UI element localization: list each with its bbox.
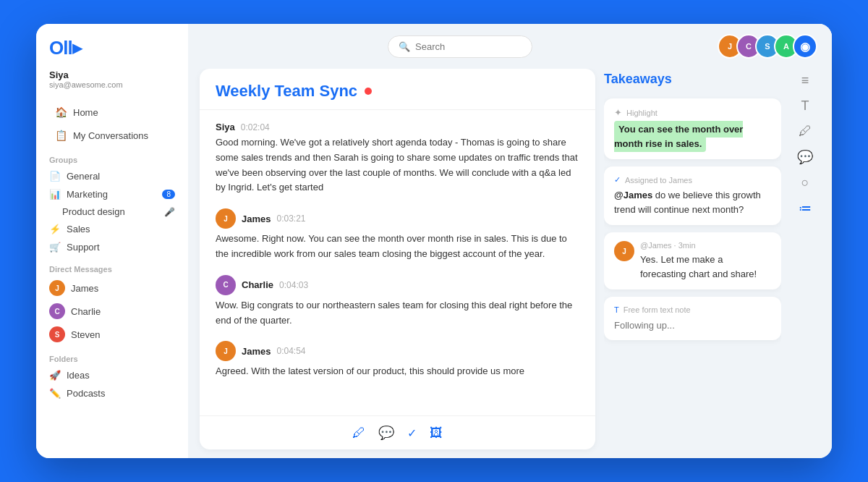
freeform-label: T Free form text note [614, 305, 771, 314]
message-1-sender: Siya 0:02:04 [216, 122, 579, 132]
message-4: J James 0:04:54 Agreed. With the latest … [216, 341, 579, 379]
charlie-avatar: C [49, 303, 65, 319]
footer-check-icon[interactable]: ✓ [407, 426, 417, 440]
footer-comment-icon[interactable]: 💬 [378, 425, 394, 441]
message-time-4: 0:04:54 [276, 346, 305, 356]
sidebar-item-sales[interactable]: ⚡ Sales [36, 220, 188, 238]
reply-meta: @James · 3min [640, 241, 771, 250]
main-content: 🔍 J C S A ◉ Weekly Team Sync [188, 24, 832, 458]
message-text-4: Agreed. With the latest version of our p… [216, 364, 579, 379]
sidebar: Oll▸ Siya siya@awesome.com 🏠 Home 📋 My C… [36, 24, 188, 458]
highlight-card: ✦ Highlight You can see the month over m… [604, 98, 781, 159]
toolbar-ordered-list-icon[interactable]: ≔ [799, 200, 812, 216]
reply-card: J @James · 3min Yes. Let me make a forec… [604, 232, 781, 289]
sidebar-item-conversations-label: My Conversations [73, 130, 148, 141]
search-box[interactable]: 🔍 [388, 35, 532, 58]
sales-icon: ⚡ [49, 224, 61, 234]
toolbar-comment-icon[interactable]: 💬 [797, 149, 813, 165]
user-name: Siya [49, 69, 175, 80]
sender-name-4: James [242, 346, 271, 357]
freeform-input[interactable] [614, 320, 771, 331]
sidebar-item-home[interactable]: 🏠 Home [42, 101, 182, 123]
takeaways-panel: Takeaways ✦ Highlight You can see the mo… [604, 69, 781, 449]
user-email: siya@awesome.com [49, 80, 175, 89]
message-text-3: Wow. Big congrats to our northeastern sa… [216, 298, 579, 329]
sidebar-item-ideas[interactable]: 🚀 Ideas [36, 366, 188, 384]
sidebar-item-marketing[interactable]: 📊 Marketing 8 [36, 185, 188, 203]
message-text-2: Awesome. Right now. You can see the mont… [216, 232, 579, 262]
message-3: C Charlie 0:04:03 Wow. Big congrats to o… [216, 275, 579, 329]
app-logo: Oll▸ [36, 37, 188, 69]
charlie-label: Charlie [71, 306, 101, 317]
reply-avatar: J [614, 241, 634, 261]
toolbar-list-icon[interactable]: ≡ [801, 73, 809, 88]
msg-avatar-james-2: J [216, 341, 236, 361]
sidebar-item-home-label: Home [73, 107, 98, 118]
assigned-text: @James do we believe this growth trend w… [614, 188, 771, 216]
chat-title: Weekly Team Sync [216, 82, 357, 101]
topbar: 🔍 J C S A ◉ [188, 24, 832, 69]
message-4-sender: J James 0:04:54 [216, 341, 579, 361]
message-text-1: Good morning. We've got a relatively sho… [216, 135, 579, 195]
steven-label: Steven [71, 329, 100, 340]
marketing-badge: 8 [162, 190, 175, 199]
topbar-avatar-5: ◉ [793, 34, 817, 59]
conversations-icon: 📋 [55, 130, 67, 141]
sidebar-item-podcasts[interactable]: ✏️ Podcasts [36, 384, 188, 402]
sidebar-item-dm-steven[interactable]: S Steven [36, 323, 188, 346]
product-design-label: Product design [62, 206, 125, 217]
assigned-card: ✓ Assigned to James @James do we believe… [604, 166, 781, 225]
live-indicator [365, 88, 372, 95]
highlight-label: ✦ Highlight [614, 107, 771, 118]
highlight-icon: ✦ [614, 107, 622, 118]
marketing-icon: 📊 [49, 189, 61, 200]
search-input[interactable] [415, 41, 522, 52]
james-label: James [71, 283, 98, 294]
sender-name-3: Charlie [242, 279, 273, 290]
chat-messages: Siya 0:02:04 Good morning. We've got a r… [200, 110, 595, 415]
msg-avatar-james-1: J [216, 208, 236, 229]
dm-section-title: Direct Messages [36, 256, 188, 276]
footer-highlight-icon[interactable]: 🖊 [352, 426, 365, 441]
freeform-icon: T [614, 305, 619, 314]
app-window: Oll▸ Siya siya@awesome.com 🏠 Home 📋 My C… [36, 24, 832, 458]
steven-avatar: S [49, 326, 65, 342]
sidebar-item-my-conversations[interactable]: 📋 My Conversations [42, 124, 182, 146]
sidebar-item-dm-charlie[interactable]: C Charlie [36, 300, 188, 323]
msg-avatar-charlie: C [216, 275, 236, 295]
sender-name-2: James [242, 213, 271, 224]
message-1: Siya 0:02:04 Good morning. We've got a r… [216, 122, 579, 195]
ideas-label: Ideas [67, 370, 90, 381]
chat-footer: 🖊 💬 ✓ 🖼 [200, 415, 595, 449]
chat-panel: Weekly Team Sync Siya 0:02:04 Good morni… [200, 69, 595, 449]
toolbar-check-icon[interactable]: ○ [801, 175, 809, 190]
mic-icon: 🎤 [164, 207, 175, 217]
chat-header: Weekly Team Sync [200, 69, 595, 110]
message-2: J James 0:03:21 Awesome. Right now. You … [216, 208, 579, 262]
footer-image-icon[interactable]: 🖼 [430, 426, 443, 441]
sidebar-item-product-design[interactable]: Product design 🎤 [36, 203, 188, 220]
sender-name-1: Siya [216, 122, 235, 132]
message-time-1: 0:02:04 [241, 122, 270, 132]
sidebar-item-support[interactable]: 🛒 Support [36, 238, 188, 256]
sales-label: Sales [67, 224, 90, 234]
sidebar-item-general[interactable]: 📄 General [36, 167, 188, 185]
reply-content: @James · 3min Yes. Let me make a forecas… [640, 241, 771, 281]
assigned-label: ✓ Assigned to James [614, 175, 771, 185]
message-time-2: 0:03:21 [276, 213, 305, 224]
podcasts-label: Podcasts [67, 388, 105, 399]
assigned-check-icon: ✓ [614, 175, 621, 185]
search-icon: 🔍 [399, 41, 410, 52]
sidebar-item-dm-james[interactable]: J James [36, 276, 188, 300]
ideas-icon: 🚀 [49, 370, 61, 381]
toolbar-highlight-icon[interactable]: 🖊 [799, 124, 812, 139]
right-toolbar: ≡ T 🖊 💬 ○ ≔ [790, 69, 820, 449]
podcasts-icon: ✏️ [49, 388, 61, 399]
toolbar-text-icon[interactable]: T [801, 98, 809, 114]
groups-section-title: Groups [36, 147, 188, 167]
general-icon: 📄 [49, 171, 61, 182]
reply-text: Yes. Let me make a forecasting chart and… [640, 253, 771, 281]
message-3-sender: C Charlie 0:04:03 [216, 275, 579, 295]
message-time-3: 0:04:03 [279, 280, 308, 290]
james-avatar: J [49, 280, 65, 296]
